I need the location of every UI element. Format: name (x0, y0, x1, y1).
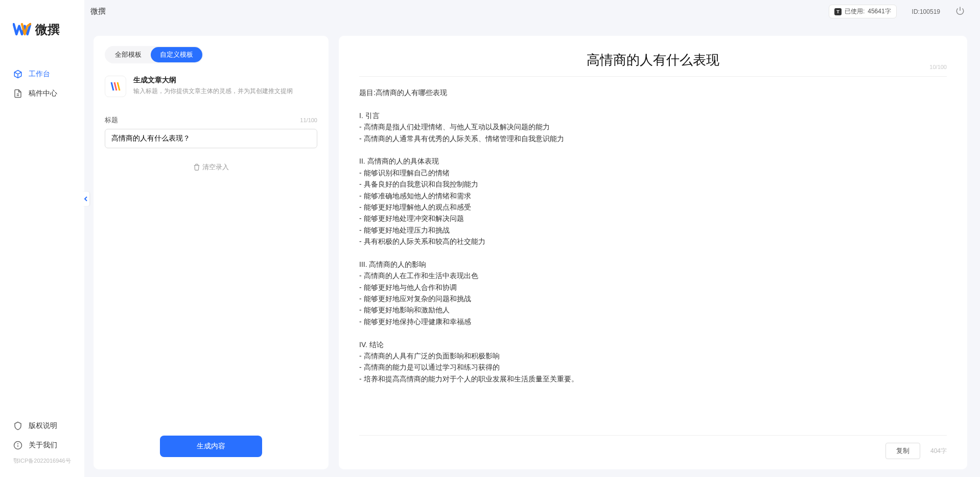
sidebar-collapse-toggle[interactable] (82, 192, 89, 206)
power-icon[interactable] (955, 6, 965, 17)
tab-custom-templates[interactable]: 自定义模板 (151, 47, 202, 62)
nav-item-label: 工作台 (29, 70, 50, 79)
generate-button[interactable]: 生成内容 (160, 436, 262, 457)
usage-value: 45641字 (868, 7, 891, 16)
output-title: 高情商的人有什么表现 (587, 51, 719, 69)
copy-button[interactable]: 复制 (885, 443, 920, 459)
input-panel: 全部模板 自定义模板 生成文章大纲 输入标题，为你提供文章主体的灵感，并为其创建… (94, 36, 329, 469)
main: 微撰 T 已使用: 45641字 ID:100519 全部模板 自定义模板 (84, 0, 980, 477)
sidebar: 微撰 工作台 稿件中心 版权说明 关于我们 鄂ICP备2022016946号 (0, 0, 84, 477)
user-id: ID:100519 (912, 8, 940, 15)
shield-icon (13, 421, 22, 430)
topbar-right: T 已使用: 45641字 ID:100519 (829, 5, 965, 18)
nav-item-label: 稿件中心 (29, 89, 57, 98)
output-title-row: 高情商的人有什么表现 10/100 (359, 51, 947, 77)
output-footer: 复制 404字 (359, 435, 947, 459)
page-title: 微撰 (90, 7, 106, 16)
logo-icon (13, 20, 31, 39)
template-name: 生成文章大纲 (133, 76, 293, 85)
token-icon: T (834, 8, 842, 15)
icp-number: 鄂ICP备2022016946号 (5, 455, 79, 467)
nav-drafts[interactable]: 稿件中心 (5, 84, 79, 103)
content: 全部模板 自定义模板 生成文章大纲 输入标题，为你提供文章主体的灵感，并为其创建… (84, 23, 980, 477)
output-panel: 高情商的人有什么表现 10/100 题目:高情商的人有哪些表现 I. 引言 - … (339, 36, 967, 469)
nav-copyright[interactable]: 版权说明 (5, 416, 79, 436)
title-field-group: 标题 11/100 (105, 116, 317, 148)
nav-workspace[interactable]: 工作台 (5, 64, 79, 84)
nav-item-label: 关于我们 (29, 441, 57, 450)
logo[interactable]: 微撰 (0, 0, 84, 54)
sidebar-bottom: 版权说明 关于我们 鄂ICP备2022016946号 (0, 416, 84, 477)
tab-all-templates[interactable]: 全部模板 (106, 47, 151, 62)
clear-label: 清空录入 (202, 163, 229, 172)
svg-point-2 (18, 444, 18, 444)
title-counter: 11/100 (300, 117, 317, 123)
template-card: 生成文章大纲 输入标题，为你提供文章主体的灵感，并为其创建推文提纲 (105, 76, 317, 97)
clear-button[interactable]: 清空录入 (105, 163, 317, 172)
chevron-left-icon (84, 196, 88, 202)
template-tabs: 全部模板 自定义模板 (105, 46, 203, 63)
template-info: 生成文章大纲 输入标题，为你提供文章主体的灵感，并为其创建推文提纲 (133, 76, 293, 96)
template-icon (105, 76, 126, 97)
output-title-counter: 10/100 (929, 64, 947, 70)
cube-icon (13, 70, 22, 79)
usage-badge[interactable]: T 已使用: 45641字 (829, 5, 897, 18)
info-icon (13, 441, 22, 450)
document-icon (13, 89, 22, 98)
usage-prefix: 已使用: (845, 7, 865, 16)
nav-about[interactable]: 关于我们 (5, 436, 79, 455)
nav-list: 工作台 稿件中心 (0, 64, 84, 103)
title-label: 标题 (105, 116, 118, 125)
trash-icon (193, 164, 200, 171)
word-count: 404字 (930, 447, 947, 456)
template-desc: 输入标题，为你提供文章主体的灵感，并为其创建推文提纲 (133, 87, 293, 96)
nav-item-label: 版权说明 (29, 421, 57, 430)
logo-text: 微撰 (35, 21, 60, 38)
output-body: 题目:高情商的人有哪些表现 I. 引言 - 高情商是指人们处理情绪、与他人互动以… (359, 77, 947, 435)
topbar: 微撰 T 已使用: 45641字 ID:100519 (84, 0, 980, 23)
title-input[interactable] (105, 129, 317, 148)
